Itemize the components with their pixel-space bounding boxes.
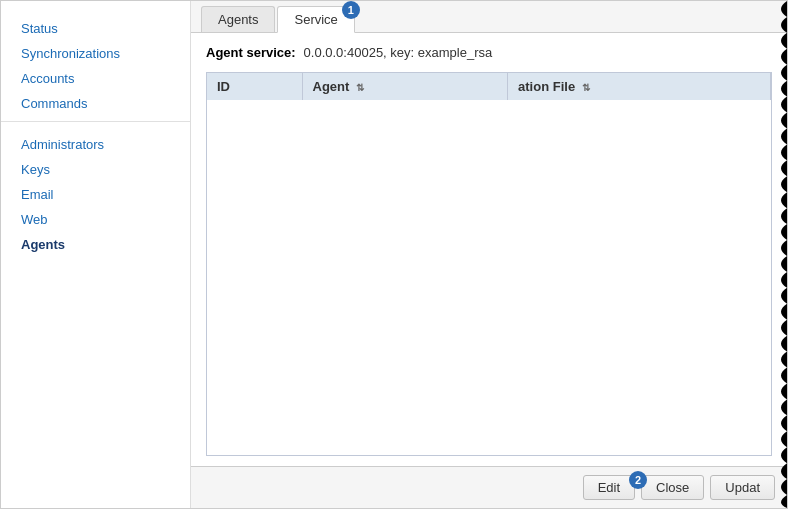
tab-service[interactable]: Service 1: [277, 6, 354, 33]
sidebar-group-2: Administrators Keys Email Web Agents: [1, 127, 190, 262]
tab-agents[interactable]: Agents: [201, 6, 275, 32]
sidebar-item-keys[interactable]: Keys: [1, 157, 190, 182]
col-agent-sort-icon: ⇅: [356, 82, 364, 93]
col-file[interactable]: ation File ⇅: [508, 73, 771, 100]
sidebar-item-commands[interactable]: Commands: [1, 91, 190, 116]
sidebar-item-administrators[interactable]: Administrators: [1, 132, 190, 157]
sidebar-item-email[interactable]: Email: [1, 182, 190, 207]
tab-content-service: Agent service: 0.0.0.0:40025, key: examp…: [191, 33, 787, 466]
table-header-row: ID Agent ⇅ ation File ⇅: [207, 73, 771, 100]
service-tab-badge: 1: [342, 1, 360, 19]
edit-button[interactable]: Edit: [583, 475, 635, 500]
sidebar-group-1: Status Synchronizations Accounts Command…: [1, 11, 190, 122]
sidebar-item-status[interactable]: Status: [1, 16, 190, 41]
col-file-sort-icon: ⇅: [582, 82, 590, 93]
bottom-bar: 2 Edit Close Updat: [191, 466, 787, 508]
agent-service-value: 0.0.0.0:40025, key: example_rsa: [304, 45, 493, 60]
data-table-container: ID Agent ⇅ ation File ⇅: [206, 72, 772, 456]
close-button[interactable]: Close: [641, 475, 704, 500]
update-button[interactable]: Updat: [710, 475, 775, 500]
col-agent[interactable]: Agent ⇅: [302, 73, 508, 100]
sidebar: Status Synchronizations Accounts Command…: [1, 1, 191, 508]
sidebar-item-agents[interactable]: Agents: [1, 232, 190, 257]
sidebar-item-accounts[interactable]: Accounts: [1, 66, 190, 91]
sidebar-item-synchronizations[interactable]: Synchronizations: [1, 41, 190, 66]
bottom-bar-badge: 2: [629, 471, 647, 489]
tabs-bar: Agents Service 1: [191, 1, 787, 33]
main-content: Agents Service 1 Agent service: 0.0.0.0:…: [191, 1, 787, 508]
agents-table: ID Agent ⇅ ation File ⇅: [207, 73, 771, 100]
col-id[interactable]: ID: [207, 73, 302, 100]
sidebar-item-web[interactable]: Web: [1, 207, 190, 232]
agent-service-row: Agent service: 0.0.0.0:40025, key: examp…: [206, 45, 772, 60]
agent-service-label: Agent service:: [206, 45, 296, 60]
app-container: Status Synchronizations Accounts Command…: [0, 0, 788, 509]
